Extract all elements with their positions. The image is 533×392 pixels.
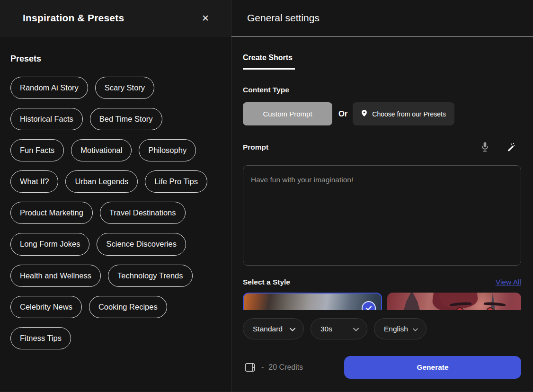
preset-pill[interactable]: Long Form Jokes: [10, 233, 89, 255]
preset-pill[interactable]: Historical Facts: [10, 108, 83, 130]
app-window: Inspiration & Presets ✕ Presets Random A…: [0, 0, 533, 392]
preset-pill[interactable]: Random Ai Story: [10, 77, 88, 99]
preset-pill[interactable]: Cooking Recipes: [89, 296, 167, 318]
custom-prompt-button[interactable]: Custom Prompt: [243, 102, 332, 125]
wallet-icon: [243, 363, 256, 372]
language-dropdown[interactable]: English: [374, 318, 426, 339]
style-card-realistic-selected[interactable]: [243, 293, 382, 310]
preset-pill-list: Random Ai StoryScary StoryHistorical Fac…: [10, 77, 221, 349]
language-value: English: [384, 325, 408, 333]
character-eyebrow: [484, 302, 506, 306]
settings-header: General settings: [231, 0, 533, 36]
magic-wand-icon[interactable]: [506, 143, 515, 152]
left-panel-header: Inspiration & Presets ✕: [0, 0, 231, 36]
preset-pill[interactable]: Life Pro Tips: [145, 170, 207, 193]
generate-button[interactable]: Generate: [344, 356, 521, 379]
chevron-down-icon: [290, 325, 295, 333]
prompt-input[interactable]: [243, 165, 521, 266]
preset-pill[interactable]: What If?: [10, 170, 58, 193]
preset-pill[interactable]: Urban Legends: [65, 170, 138, 193]
or-label: Or: [338, 109, 347, 118]
character-eye: [456, 307, 463, 310]
preset-pill[interactable]: Fitness Tips: [10, 327, 71, 349]
microphone-icon[interactable]: [481, 142, 489, 152]
quality-dropdown[interactable]: Standard: [243, 318, 304, 339]
select-style-label: Select a Style: [243, 278, 290, 286]
preset-pill[interactable]: Celebrity News: [10, 296, 82, 318]
style-card-anime[interactable]: [387, 293, 521, 310]
quality-value: Standard: [253, 325, 283, 333]
tree-silhouette: [401, 293, 422, 310]
content-type-label: Content Type: [243, 86, 521, 94]
content-type-row: Custom Prompt Or Choose from our Presets: [243, 102, 521, 125]
prompt-label: Prompt: [243, 143, 268, 151]
preset-pill[interactable]: Bed Time Story: [90, 108, 162, 130]
preset-pill[interactable]: Scary Story: [95, 77, 154, 99]
preset-pill[interactable]: Fun Facts: [10, 139, 64, 161]
style-header: Select a Style View All: [243, 278, 521, 286]
preset-pill[interactable]: Health and Wellness: [10, 265, 101, 287]
footer-row: - 20 Credits Generate: [243, 356, 521, 379]
settings-title: General settings: [247, 12, 320, 24]
selected-checkmark-badge: [362, 301, 376, 310]
inspiration-presets-panel: Inspiration & Presets ✕ Presets Random A…: [0, 0, 231, 392]
preset-pill[interactable]: Motivational: [71, 139, 132, 161]
location-pin-icon: [361, 109, 367, 118]
duration-value: 30s: [320, 325, 332, 333]
prompt-row: Prompt: [243, 142, 521, 152]
preset-pill[interactable]: Technology Trends: [108, 265, 193, 287]
presets-heading: Presets: [10, 54, 221, 64]
preset-pill[interactable]: Philosophy: [139, 139, 196, 161]
prompt-icons: [481, 142, 521, 152]
preset-pill[interactable]: Travel Destinations: [100, 202, 186, 224]
left-panel-body: Presets Random Ai StoryScary StoryHistor…: [0, 36, 231, 349]
settings-body: Create Shorts Content Type Custom Prompt…: [231, 36, 533, 392]
general-settings-panel: General settings Create Shorts Content T…: [231, 0, 533, 392]
preset-pill[interactable]: Science Discoveries: [97, 233, 186, 255]
options-row: Standard 30s English: [243, 318, 521, 339]
chevron-down-icon: [353, 325, 359, 333]
tab-create-shorts[interactable]: Create Shorts: [243, 53, 295, 70]
chevron-down-icon: [413, 325, 418, 333]
style-card-row: [243, 293, 521, 310]
preset-pill[interactable]: Product Marketing: [10, 202, 93, 224]
duration-dropdown[interactable]: 30s: [311, 318, 367, 339]
close-button[interactable]: ✕: [200, 12, 211, 25]
credits-count: 20 Credits: [268, 363, 303, 372]
character-eye: [487, 307, 494, 310]
credits-dash: -: [261, 363, 264, 372]
panel-title: Inspiration & Presets: [23, 12, 124, 24]
choose-presets-label: Choose from our Presets: [372, 110, 446, 118]
view-all-link[interactable]: View All: [496, 278, 521, 286]
choose-presets-button[interactable]: Choose from our Presets: [353, 102, 454, 125]
